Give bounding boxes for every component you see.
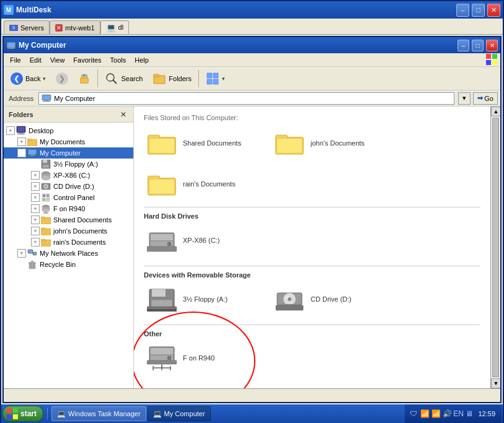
shared-docs-folder-icon [147, 131, 177, 155]
start-label: start [20, 409, 37, 418]
expand-control-panel[interactable]: + [31, 193, 40, 202]
f-on-r940-item[interactable]: F on R940 [144, 342, 262, 373]
svg-rect-37 [43, 165, 49, 168]
sidebar-item-rains-docs[interactable]: + rain's Documents [4, 237, 133, 248]
svg-rect-65 [29, 263, 35, 269]
back-button[interactable]: ❮ Back ▾ [6, 68, 50, 89]
content-top-note: Files Stored on This Computer: [144, 111, 480, 123]
forward-icon: ❯ [56, 72, 68, 85]
views-dropdown-icon[interactable]: ▾ [222, 76, 225, 82]
svg-rect-78 [149, 179, 174, 194]
menu-favorites[interactable]: Favorites [69, 55, 105, 65]
outer-close-button[interactable]: ✕ [487, 4, 500, 17]
svg-rect-17 [213, 73, 218, 78]
sidebar-item-cd-drive[interactable]: + CD Drive (D:) [4, 181, 133, 192]
johns-docs-label: john's Documents [311, 139, 365, 147]
svg-rect-84 [147, 246, 177, 251]
tab-mtv-web1[interactable]: ✕ mtv-web1 [50, 20, 100, 34]
sidebar-item-desktop-label: Desktop [29, 127, 53, 134]
go-button[interactable]: ➡ Go [473, 92, 498, 105]
sidebar-item-recycle-label: Recycle Bin [40, 261, 76, 268]
taskbar-my-computer[interactable]: 💻 My Computer [148, 406, 211, 421]
views-button[interactable]: ▾ [201, 68, 229, 89]
back-icon: ❮ [11, 72, 23, 85]
sidebar-item-desktop[interactable]: + Desktop [4, 125, 133, 136]
sidebar-item-shared-docs[interactable]: + Shared Documents [4, 214, 133, 225]
search-button[interactable]: Search [100, 68, 147, 89]
tab-servers[interactable]: S Servers [4, 20, 50, 34]
sidebar-item-my-documents[interactable]: + My Documents [4, 136, 133, 147]
svg-point-51 [42, 208, 50, 212]
sidebar-item-shared-docs-label: Shared Documents [53, 216, 112, 224]
sidebar-item-recycle-bin[interactable]: Recycle Bin [4, 259, 133, 270]
svg-rect-55 [41, 217, 45, 219]
expand-desktop[interactable]: + [6, 126, 15, 135]
tab-dl[interactable]: 💻 dl [100, 20, 130, 34]
svg-rect-31 [29, 150, 36, 154]
menu-file[interactable]: File [6, 55, 25, 65]
svg-rect-47 [43, 198, 45, 201]
expand-network[interactable]: + [17, 249, 26, 258]
expand-cd[interactable]: + [31, 182, 40, 191]
expand-xp-x86[interactable]: + [31, 171, 40, 180]
expand-johns-docs[interactable]: + [31, 227, 40, 235]
start-button[interactable]: start [2, 406, 43, 422]
sidebar-item-f-on-r940[interactable]: + F on R940 [4, 203, 133, 214]
expand-rains-docs[interactable]: + [31, 238, 40, 246]
forward-button[interactable]: ❯ [51, 68, 73, 89]
inner-maximize-button[interactable]: □ [472, 40, 484, 51]
tab-mtv-close-icon[interactable]: ✕ [55, 24, 63, 32]
system-time: 12:59 [475, 410, 498, 417]
svg-rect-33 [29, 155, 36, 156]
inner-window-icon [6, 40, 16, 50]
menu-tools[interactable]: Tools [107, 55, 130, 65]
menu-help[interactable]: Help [131, 55, 153, 65]
sidebar-item-my-docs-label: My Documents [40, 138, 85, 146]
taskbar-task-manager[interactable]: 💻 Windows Task Manager [51, 406, 146, 421]
menu-view[interactable]: View [46, 55, 69, 65]
removable-grid: 3½ Floppy (A:) [144, 284, 480, 315]
sidebar-close-button[interactable]: ✕ [118, 110, 128, 120]
sidebar-item-floppy[interactable]: 3½ Floppy (A:) [4, 159, 133, 170]
back-dropdown-icon[interactable]: ▾ [43, 76, 46, 82]
sidebar-item-network-places[interactable]: + My Network Places [4, 248, 133, 259]
scroll-up-button[interactable]: ▲ [491, 107, 500, 116]
scroll-thumb[interactable] [492, 118, 499, 377]
svg-rect-6 [486, 60, 491, 65]
xp-x86-icon [41, 170, 51, 180]
floppy-label: 3½ Floppy (A:) [183, 295, 228, 303]
svg-point-43 [45, 186, 47, 188]
monitor-tray-icon: 🖥 [464, 409, 474, 419]
folder-tree: + Desktop + My Documents [4, 123, 133, 388]
up-button[interactable] [74, 68, 95, 89]
expand-my-computer[interactable]: - [17, 149, 26, 157]
scroll-down-button[interactable]: ▼ [491, 378, 500, 388]
sidebar-item-xp-x86[interactable]: + XP-X86 (C:) [4, 170, 133, 181]
sidebar-item-my-computer[interactable]: - My Computer [4, 147, 133, 159]
rains-docs-row: rain's Documents [144, 168, 480, 199]
address-dropdown-button[interactable]: ▾ [458, 92, 471, 105]
folders-button[interactable]: Folders [148, 68, 196, 89]
svg-rect-80 [151, 234, 173, 240]
johns-docs-item[interactable]: john's Documents [272, 128, 389, 159]
expand-shared-docs[interactable]: + [31, 216, 40, 224]
sidebar-item-control-panel[interactable]: + Control Panel [4, 192, 133, 203]
taskbar: start 💻 Windows Task Manager 💻 My Comput… [1, 404, 503, 423]
expand-f-r940[interactable]: + [31, 204, 40, 213]
menu-edit[interactable]: Edit [26, 55, 45, 65]
cd-drive-item[interactable]: CD Drive (D:) [272, 284, 389, 315]
sidebar-item-johns-docs[interactable]: + john's Documents [4, 225, 133, 237]
rains-docs-item[interactable]: rain's Documents [144, 168, 262, 199]
expand-my-docs[interactable]: + [17, 137, 26, 146]
shared-docs-item[interactable]: Shared Documents [144, 128, 262, 159]
svg-rect-27 [17, 134, 25, 134]
xp-x86-item[interactable]: XP-X86 (C:) [144, 225, 262, 256]
svg-rect-45 [43, 194, 45, 197]
network-drive-icon [147, 346, 177, 370]
task-manager-icon: 💻 [57, 410, 66, 418]
outer-minimize-button[interactable]: – [456, 4, 469, 17]
outer-maximize-button[interactable]: □ [472, 4, 485, 17]
inner-minimize-button[interactable]: – [458, 40, 469, 51]
floppy-item[interactable]: 3½ Floppy (A:) [144, 284, 262, 315]
inner-close-button[interactable]: ✕ [486, 40, 498, 51]
